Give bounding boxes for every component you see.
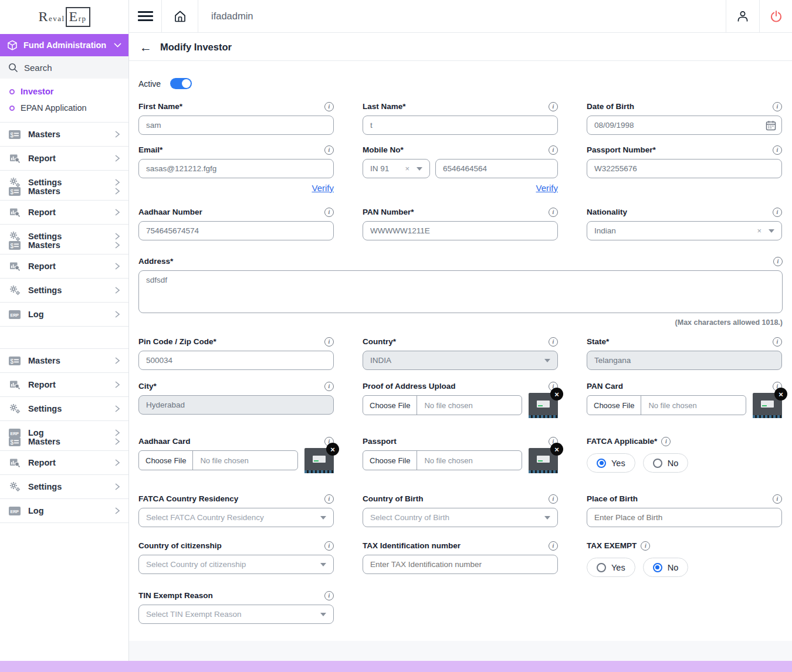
aadhaar-number-input[interactable] <box>138 221 334 240</box>
info-icon: i <box>324 145 334 155</box>
module-selector[interactable]: Fund Administration <box>0 34 128 56</box>
country-of-birth-select[interactable]: Select Country of Birth <box>363 508 558 527</box>
logo-text-left: Reval <box>38 9 65 25</box>
sidebar-item-log[interactable]: ERPLog <box>0 499 128 522</box>
info-icon: i <box>549 208 558 217</box>
mobile-number-input[interactable] <box>435 159 558 178</box>
place-of-birth-input[interactable] <box>587 508 782 527</box>
fatca-yes-radio[interactable]: Yes <box>587 453 635 473</box>
masters-icon: $ <box>8 357 21 365</box>
active-toggle[interactable] <box>170 78 192 89</box>
mobile-verify-link[interactable]: Verify <box>536 183 558 193</box>
sidebar-item-masters[interactable]: $Masters <box>0 349 128 372</box>
citizenship-select[interactable]: Select Country of citizenship <box>138 555 334 574</box>
chevron-down-icon <box>544 359 550 362</box>
sidebar-item-masters[interactable]: $Masters <box>0 242 128 254</box>
settings-icon <box>8 177 21 188</box>
chevron-right-icon <box>114 507 120 515</box>
sidebar-item-masters[interactable]: $Masters <box>0 123 128 146</box>
tin-exempt-reason-select[interactable]: Select TIN Exempt Reason <box>138 605 334 624</box>
clear-icon[interactable]: × <box>405 164 409 173</box>
sidebar-item-report[interactable]: Report <box>0 373 128 396</box>
chevron-right-icon <box>114 208 120 216</box>
info-icon: i <box>324 208 334 217</box>
tax-exempt-yes-radio[interactable]: Yes <box>587 558 635 577</box>
chevron-right-icon <box>114 286 120 294</box>
country-code-select[interactable]: IN 91 × <box>363 159 430 178</box>
chevron-right-icon <box>114 154 120 162</box>
passport-thumbnail[interactable]: × <box>529 448 558 473</box>
sidebar-item-report[interactable]: Report <box>0 254 128 278</box>
pan-card-file-input[interactable]: Choose File No file chosen <box>587 395 746 415</box>
pan-number-input[interactable] <box>363 221 558 240</box>
sidebar-item-investor[interactable]: Investor <box>0 83 128 100</box>
clear-icon[interactable]: × <box>757 226 761 235</box>
address-textarea[interactable]: sdfsdf <box>138 270 783 313</box>
last-name-input[interactable] <box>363 116 558 135</box>
calendar-icon[interactable] <box>766 120 776 131</box>
settings-icon <box>8 285 21 296</box>
email-field: Email*i Verify <box>138 145 334 194</box>
aadhaar-card-upload-field: Aadhaar Cardi Choose File No file chosen… <box>138 437 334 473</box>
logout-button[interactable] <box>759 0 792 32</box>
chevron-right-icon <box>114 459 120 467</box>
city-field: City*i <box>138 382 334 415</box>
sidebar-item-report[interactable]: Report <box>0 201 128 224</box>
sidebar-item-epan-application[interactable]: EPAN Application <box>0 100 128 116</box>
remove-file-icon[interactable]: × <box>550 388 563 401</box>
fatca-country-select[interactable]: Select FATCA Country Residency <box>138 508 334 527</box>
remove-file-icon[interactable]: × <box>326 443 339 456</box>
home-button[interactable] <box>162 0 198 32</box>
place-of-birth-field: Place of Birthi <box>587 494 782 527</box>
settings-icon <box>8 231 21 242</box>
search-placeholder: Search <box>24 63 52 73</box>
chevron-down-icon <box>417 167 422 171</box>
aadhaar-card-file-input[interactable]: Choose File No file chosen <box>138 450 298 470</box>
passport-number-input[interactable] <box>587 159 782 178</box>
remove-file-icon[interactable]: × <box>550 443 563 456</box>
chevron-down-icon <box>320 516 326 520</box>
email-verify-link[interactable]: Verify <box>312 183 334 193</box>
pan-card-thumbnail[interactable]: × <box>753 393 782 418</box>
remove-file-icon[interactable]: × <box>774 388 787 401</box>
chevron-down-icon <box>320 613 326 616</box>
sidebar-item-report[interactable]: Report <box>0 451 128 474</box>
dob-input[interactable] <box>587 116 782 135</box>
country-of-birth-field: Country of Birthi Select Country of Birt… <box>363 494 558 527</box>
aadhaar-card-thumbnail[interactable]: × <box>304 448 334 473</box>
pincode-input[interactable] <box>138 351 334 370</box>
proof-of-address-thumbnail[interactable]: × <box>529 393 558 418</box>
info-icon: i <box>549 145 558 155</box>
sidebar-item-log[interactable]: ERPLog <box>0 303 128 326</box>
sidebar-item-masters[interactable]: $Masters <box>0 439 128 450</box>
sidebar-item-settings[interactable]: Settings <box>0 279 128 302</box>
nationality-select[interactable]: Indian × <box>587 221 782 240</box>
tax-exempt-no-radio[interactable]: No <box>643 558 689 577</box>
sidebar-item-masters[interactable]: $Masters <box>0 188 128 200</box>
tax-id-field: TAX Identification numberi <box>363 541 558 574</box>
tax-id-input[interactable] <box>363 555 558 574</box>
passport-file-input[interactable]: Choose File No file chosen <box>363 450 522 470</box>
email-input[interactable] <box>138 159 334 178</box>
hamburger-menu-button[interactable] <box>129 0 162 32</box>
back-arrow-icon[interactable]: ← <box>140 41 152 53</box>
log-icon: ERP <box>8 507 21 515</box>
sidebar-item-report[interactable]: Report <box>0 147 128 170</box>
info-icon: i <box>324 591 334 600</box>
svg-text:$: $ <box>11 439 14 445</box>
svg-text:ERP: ERP <box>11 431 19 435</box>
sidebar-item-settings[interactable]: Settings <box>0 475 128 498</box>
chevron-right-icon <box>114 178 120 186</box>
svg-text:$: $ <box>11 242 14 249</box>
address-field: Address*i sdfsdf (Max characters allowed… <box>138 257 783 327</box>
first-name-input[interactable] <box>138 116 334 135</box>
pincode-field: Pin Code / Zip Code*i <box>138 337 334 370</box>
info-icon: i <box>324 382 334 391</box>
proof-of-address-file-input[interactable]: Choose File No file chosen <box>363 395 522 415</box>
fatca-no-radio[interactable]: No <box>643 453 689 473</box>
profile-button[interactable] <box>726 0 759 32</box>
info-icon: i <box>773 257 783 266</box>
sidebar-item-settings[interactable]: Settings <box>0 397 128 420</box>
sidebar-search-input[interactable]: Search <box>0 56 128 79</box>
tin-exempt-reason-field: TIN Exempt Reasoni Select TIN Exempt Rea… <box>138 591 334 624</box>
